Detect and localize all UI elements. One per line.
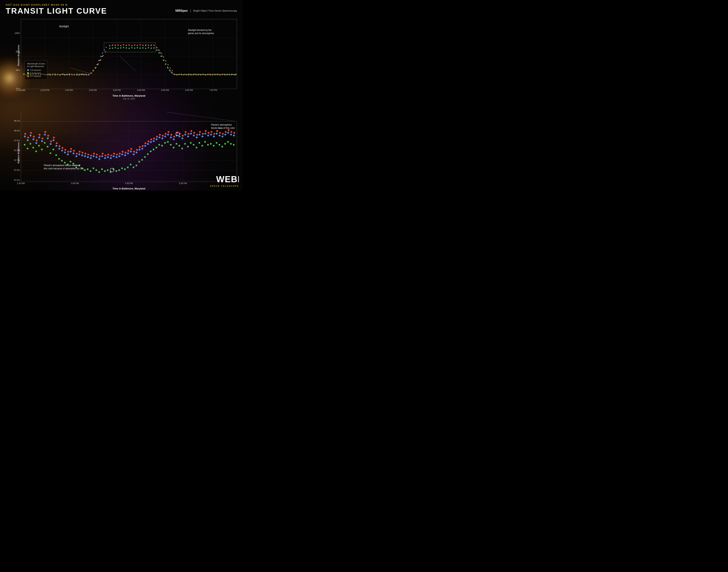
svg-marker-456 <box>78 151 81 153</box>
svg-rect-390 <box>101 168 103 170</box>
y-axis-title-lower: Relative Brightness <box>17 142 20 163</box>
svg-marker-453 <box>70 148 72 150</box>
svg-rect-120 <box>62 74 63 75</box>
svg-rect-379 <box>70 161 71 162</box>
svg-point-359 <box>225 134 226 136</box>
svg-rect-369 <box>41 149 43 150</box>
svg-rect-150 <box>142 47 143 49</box>
svg-rect-436 <box>233 144 235 145</box>
svg-marker-452 <box>67 151 69 153</box>
header: HOT GAS GIANT EXOPLANET WASP-39 b TRANSI… <box>6 3 237 15</box>
x-label-530pm: 5:30 PM <box>179 182 187 185</box>
x-label-430pm: 4:30 PM <box>125 182 133 185</box>
svg-point-50 <box>106 47 107 48</box>
svg-rect-419 <box>184 143 186 145</box>
x-label-4pm: 4:00 PM <box>137 89 145 91</box>
legend-label-blue: 3.0 microns <box>30 69 41 71</box>
svg-rect-140 <box>115 47 116 48</box>
svg-point-289 <box>24 136 26 138</box>
svg-point-348 <box>193 135 195 137</box>
svg-rect-423 <box>196 147 197 148</box>
lower-chart-svg <box>21 122 237 182</box>
svg-point-304 <box>67 153 69 155</box>
instrument-name: NIRSpec <box>175 9 188 12</box>
svg-rect-374 <box>55 154 57 156</box>
svg-marker-489 <box>173 136 175 138</box>
svg-point-333 <box>150 141 152 143</box>
y-label-980: 98.0% <box>14 130 20 132</box>
svg-marker-241 <box>163 56 164 58</box>
svg-point-315 <box>99 158 100 160</box>
y-label-98: 98% <box>16 69 20 71</box>
y-label-979: 97.9% <box>14 139 20 142</box>
svg-rect-161 <box>170 70 171 71</box>
svg-marker-472 <box>124 151 127 154</box>
svg-point-328 <box>135 151 137 153</box>
svg-marker-481 <box>150 138 153 141</box>
svg-rect-426 <box>204 141 206 143</box>
svg-rect-434 <box>227 141 229 143</box>
chart-container: Relative Brightness 100% 99% 98% 97% <box>11 19 237 189</box>
svg-rect-157 <box>161 56 162 57</box>
svg-point-297 <box>47 137 49 139</box>
svg-rect-391 <box>104 170 106 172</box>
svg-point-322 <box>119 155 120 157</box>
svg-point-310 <box>84 155 86 157</box>
svg-rect-428 <box>210 143 211 145</box>
page-subtitle: HOT GAS GIANT EXOPLANET WASP-39 b <box>6 3 237 6</box>
svg-marker-242 <box>165 60 167 62</box>
svg-point-293 <box>36 142 37 144</box>
annotation-more: Planet's atmosphere blocks more ofthis c… <box>44 164 84 170</box>
x-title-lower-label: Time in Baltimore, Maryland <box>21 187 237 190</box>
svg-point-302 <box>61 150 63 151</box>
svg-point-308 <box>78 153 80 155</box>
svg-marker-465 <box>104 154 107 157</box>
svg-marker-448 <box>56 142 58 144</box>
svg-point-313 <box>93 155 95 157</box>
svg-marker-450 <box>61 147 63 149</box>
svg-rect-141 <box>118 48 119 49</box>
x-axis-lower: 2:30 PM 3:30 PM 4:30 PM 5:30 PM <box>21 182 237 187</box>
svg-marker-496 <box>193 132 195 134</box>
legend-item-green: 4.3 microns <box>27 72 45 74</box>
svg-point-353 <box>207 135 209 137</box>
svg-point-324 <box>124 154 126 156</box>
svg-line-276 <box>167 112 235 121</box>
svg-marker-480 <box>147 140 149 142</box>
y-axis-upper: 100% 99% 98% 97% <box>11 19 21 89</box>
webb-logo: WEBB SPACE TELESCOPE <box>210 174 239 187</box>
legend-square-green <box>27 72 29 74</box>
x-title-upper-label: Time in Baltimore, Maryland <box>21 94 237 97</box>
svg-rect-410 <box>159 144 160 145</box>
svg-marker-485 <box>162 135 164 137</box>
svg-point-345 <box>184 134 186 136</box>
svg-rect-384 <box>84 169 85 171</box>
svg-marker-446 <box>50 140 52 142</box>
svg-rect-416 <box>176 143 177 145</box>
svg-point-323 <box>121 153 123 155</box>
svg-point-70 <box>160 52 161 53</box>
svg-marker-462 <box>96 153 98 156</box>
svg-point-291 <box>29 135 32 137</box>
svg-point-316 <box>101 155 103 157</box>
svg-rect-396 <box>119 169 120 171</box>
svg-rect-412 <box>164 142 166 144</box>
svg-point-336 <box>159 137 161 138</box>
svg-point-330 <box>141 148 143 150</box>
legend-item-blue: 3.0 microns <box>27 69 45 71</box>
svg-marker-245 <box>172 70 173 72</box>
svg-rect-404 <box>141 159 143 161</box>
svg-rect-370 <box>44 142 46 144</box>
x-label-6pm: 6:00 PM <box>185 89 193 91</box>
svg-rect-427 <box>207 144 209 145</box>
svg-rect-151 <box>145 48 146 49</box>
svg-marker-437 <box>24 133 26 135</box>
svg-point-361 <box>230 134 232 136</box>
svg-rect-121 <box>64 74 65 75</box>
svg-point-327 <box>133 153 135 155</box>
svg-rect-415 <box>173 147 174 148</box>
svg-marker-451 <box>64 149 67 151</box>
svg-marker-471 <box>122 151 124 153</box>
svg-rect-387 <box>93 167 94 169</box>
svg-marker-491 <box>179 133 181 135</box>
